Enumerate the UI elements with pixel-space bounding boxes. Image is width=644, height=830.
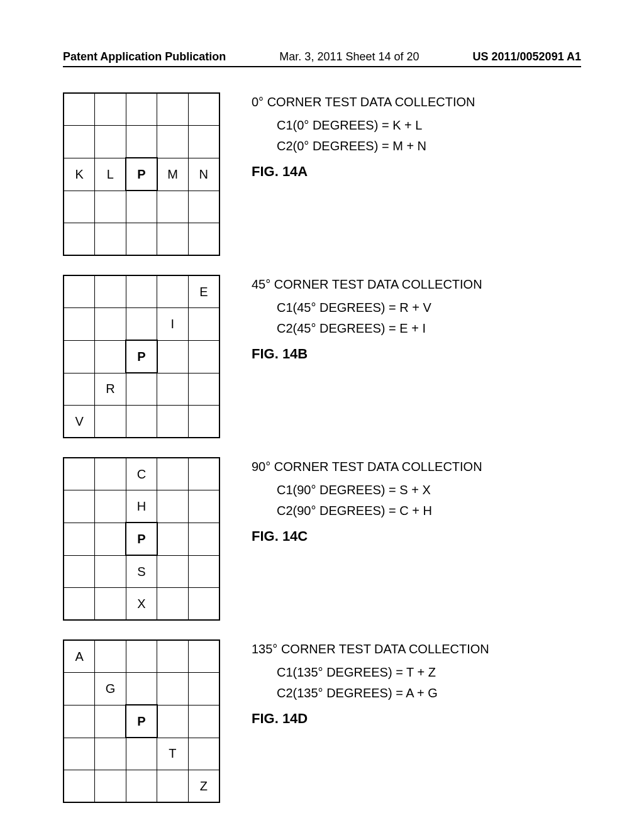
cell xyxy=(64,373,95,406)
cell xyxy=(95,738,126,770)
cell xyxy=(64,588,95,621)
section-2: C H P S X 90° CORNER TEST DATA COLLECTIO… xyxy=(63,457,581,621)
grid-1: E I P R V xyxy=(63,275,226,438)
cell xyxy=(126,673,157,706)
equation-c2: C2(45° DEGREES) = E + I xyxy=(277,321,581,336)
cell: L xyxy=(95,158,126,191)
cell xyxy=(188,458,219,490)
cell xyxy=(64,523,95,555)
cell xyxy=(126,93,157,126)
grid-table-2: C H P S X xyxy=(63,457,220,621)
cell xyxy=(64,191,95,223)
cell xyxy=(95,640,126,673)
cell xyxy=(157,275,188,308)
cell: Z xyxy=(188,770,219,803)
cell: T xyxy=(157,738,188,770)
cell xyxy=(95,705,126,738)
cell: S xyxy=(126,555,157,588)
cell xyxy=(188,738,219,770)
cell xyxy=(95,340,126,373)
grid-table-0: KLPMN xyxy=(63,92,220,256)
cell xyxy=(188,373,219,406)
cell xyxy=(188,406,219,438)
cell xyxy=(188,340,219,373)
equation-c2: C2(90° DEGREES) = C + H xyxy=(277,504,581,518)
cell xyxy=(157,458,188,490)
cell xyxy=(188,308,219,341)
header-mid: Mar. 3, 2011 Sheet 14 of 20 xyxy=(279,50,419,64)
cell xyxy=(126,640,157,673)
cell xyxy=(95,126,126,158)
cell xyxy=(95,490,126,523)
figure-label: FIG. 14A xyxy=(252,163,581,180)
figure-label: FIG. 14D xyxy=(252,711,581,727)
cell xyxy=(95,308,126,341)
page-header: Patent Application Publication Mar. 3, 2… xyxy=(63,50,581,67)
center-cell: P xyxy=(126,340,157,373)
cell: C xyxy=(126,458,157,490)
header-left: Patent Application Publication xyxy=(63,50,226,64)
equation-c1: C1(45° DEGREES) = R + V xyxy=(277,301,581,315)
section-title: 45° CORNER TEST DATA COLLECTION xyxy=(252,277,581,292)
equation-c2: C2(0° DEGREES) = M + N xyxy=(277,139,581,153)
cell xyxy=(64,738,95,770)
cell xyxy=(95,191,126,223)
cell xyxy=(64,308,95,341)
text-block-1: 45° CORNER TEST DATA COLLECTION C1(45° D… xyxy=(252,275,581,362)
cell xyxy=(95,93,126,126)
figure-label: FIG. 14C xyxy=(252,528,581,545)
cell xyxy=(157,770,188,803)
cell: H xyxy=(126,490,157,523)
cell: N xyxy=(188,158,219,191)
cell xyxy=(95,555,126,588)
cell xyxy=(64,555,95,588)
section-title: 0° CORNER TEST DATA COLLECTION xyxy=(252,95,581,109)
cell: V xyxy=(64,406,95,438)
cell xyxy=(188,490,219,523)
cell xyxy=(188,93,219,126)
cell xyxy=(188,191,219,223)
cell xyxy=(126,738,157,770)
cell xyxy=(157,640,188,673)
cell xyxy=(95,770,126,803)
cell xyxy=(126,373,157,406)
cell xyxy=(188,523,219,555)
cell: K xyxy=(64,158,95,191)
header-right: US 2011/0052091 A1 xyxy=(473,50,581,64)
cell xyxy=(157,126,188,158)
center-cell: P xyxy=(126,705,157,738)
cell xyxy=(64,126,95,158)
cell xyxy=(157,191,188,223)
cell xyxy=(157,705,188,738)
equation-c1: C1(135° DEGREES) = T + Z xyxy=(277,665,581,680)
section-1: E I P R V 45° CORNER TEST DATA COLLECTIO… xyxy=(63,275,581,438)
cell: I xyxy=(157,308,188,341)
cell xyxy=(157,523,188,555)
cell xyxy=(188,640,219,673)
section-title: 90° CORNER TEST DATA COLLECTION xyxy=(252,460,581,474)
cell xyxy=(126,770,157,803)
grid-table-3: A G P T Z xyxy=(63,639,220,803)
center-cell: P xyxy=(126,158,157,191)
cell xyxy=(188,705,219,738)
grid-3: A G P T Z xyxy=(63,639,226,803)
cell xyxy=(64,458,95,490)
cell xyxy=(188,126,219,158)
section-0: KLPMN 0° CORNER TEST DATA COLLECTION C1(… xyxy=(63,92,581,256)
cell xyxy=(64,340,95,373)
cell xyxy=(188,673,219,706)
cell xyxy=(126,275,157,308)
section-title: 135° CORNER TEST DATA COLLECTION xyxy=(252,642,581,656)
cell xyxy=(64,705,95,738)
center-cell: P xyxy=(126,523,157,555)
grid-table-1: E I P R V xyxy=(63,275,220,438)
cell xyxy=(126,191,157,223)
cell: E xyxy=(188,275,219,308)
cell xyxy=(157,406,188,438)
grid-2: C H P S X xyxy=(63,457,226,621)
cell xyxy=(157,588,188,621)
cell xyxy=(64,275,95,308)
text-block-3: 135° CORNER TEST DATA COLLECTION C1(135°… xyxy=(252,639,581,727)
equation-c1: C1(90° DEGREES) = S + X xyxy=(277,483,581,497)
cell xyxy=(95,523,126,555)
